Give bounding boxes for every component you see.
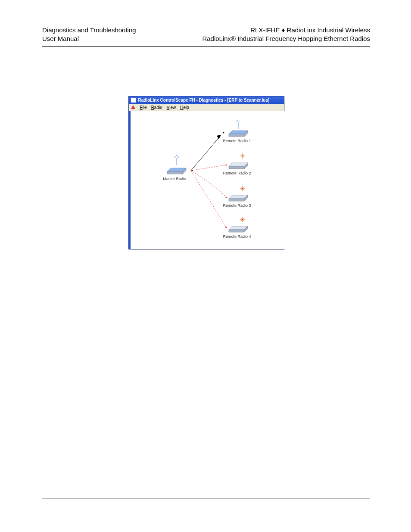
menu-help[interactable]: Help	[180, 105, 189, 110]
remote-radio-2-label: Remote Radio 2	[223, 171, 251, 175]
window-title: RadioLinx ControlScape FH - Diagnostics …	[138, 98, 270, 103]
svg-marker-0	[131, 105, 135, 109]
remote-radio-2-icon[interactable]	[229, 153, 248, 169]
svg-marker-31	[229, 230, 244, 232]
window-icon	[131, 98, 136, 103]
figure: RadioLinx ControlScape FH - Diagnostics …	[42, 96, 370, 249]
remote-radio-3-label: Remote Radio 3	[223, 203, 251, 208]
svg-point-1	[223, 132, 224, 133]
remote-radio-1-label: Remote Radio 1	[223, 139, 251, 143]
master-radio-icon[interactable]	[167, 155, 186, 174]
svg-point-3	[225, 164, 227, 165]
arrowhead-icon	[217, 135, 221, 139]
page-header: Diagnostics and Troubleshooting User Man…	[42, 26, 370, 47]
app-icon	[131, 105, 136, 110]
link-master-remote1	[191, 135, 221, 171]
remote-radio-4-label: Remote Radio 4	[223, 234, 251, 239]
svg-point-5	[225, 227, 227, 228]
svg-marker-24	[229, 199, 244, 201]
svg-point-4	[225, 196, 227, 198]
link-master-remote4	[191, 171, 226, 227]
remote-radio-3-icon[interactable]	[229, 186, 248, 201]
application-window: RadioLinx ControlScape FH - Diagnostics …	[128, 96, 284, 249]
footer-rule	[42, 498, 370, 498]
window-titlebar[interactable]: RadioLinx ControlScape FH - Diagnostics …	[129, 96, 284, 104]
svg-marker-10	[229, 134, 244, 137]
header-left-line2: User Manual	[42, 34, 136, 43]
remote-radio-4-icon[interactable]	[229, 217, 248, 232]
svg-marker-17	[229, 166, 244, 169]
svg-marker-7	[167, 171, 183, 174]
header-right-line2: RadioLinx® Industrial Frequency Hopping …	[202, 34, 370, 43]
header-right-line1: RLX-IFHE ♦ RadioLinx Industrial Wireless	[202, 26, 370, 34]
diagnostics-canvas[interactable]: Master Radio Remote Radio 1 Remote Radio…	[129, 111, 286, 249]
menu-radio[interactable]: Radio	[151, 105, 162, 110]
link-master-remote2	[191, 165, 225, 171]
menu-file[interactable]: File	[140, 105, 147, 110]
header-left-line1: Diagnostics and Troubleshooting	[42, 26, 136, 34]
link-master-remote3	[191, 171, 226, 197]
menu-view[interactable]: View	[167, 105, 176, 110]
menu-bar: File Radio View Help	[129, 104, 284, 111]
remote-radio-1-icon[interactable]	[229, 120, 248, 137]
master-radio-label: Master Radio	[163, 177, 187, 181]
